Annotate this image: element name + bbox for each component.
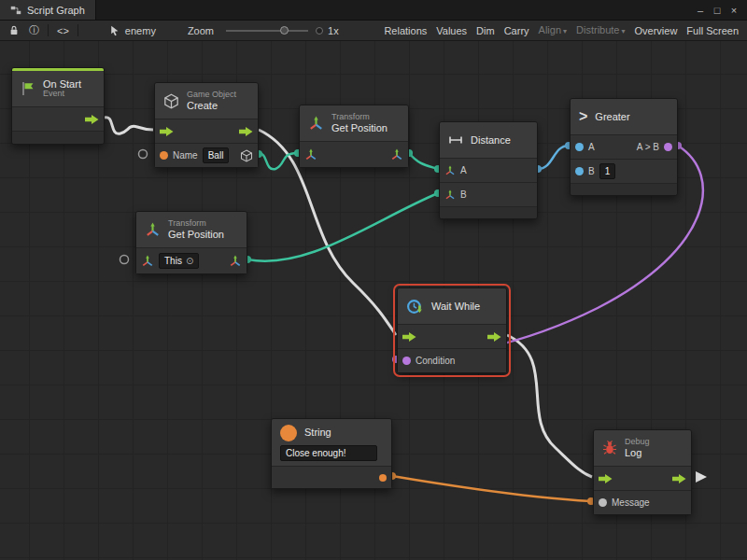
tab-script-graph[interactable]: Script Graph [0,0,96,20]
string-output-port[interactable] [379,474,387,482]
port-label: B [460,189,467,200]
full-screen-button[interactable]: Full Screen [682,21,743,40]
node-game-object-create[interactable]: Game Object Create Name Ball [154,82,259,168]
port-a-row: A [440,158,537,182]
carry-button[interactable]: Carry [500,21,534,40]
control-output-port[interactable] [672,473,686,484]
node-title: Get Position [168,229,224,241]
port-a-row: A A > B [571,134,677,159]
cube-icon [163,93,179,109]
object-picker-icon[interactable]: ⊙ [186,257,193,266]
number-input-port[interactable] [575,143,584,151]
window-titlebar: Script Graph – □ × [0,0,747,21]
control-input-port[interactable] [160,126,174,137]
window-title: Script Graph [27,5,85,16]
port-label: Message [612,497,650,508]
node-on-start-event[interactable]: On Start Event [11,67,105,145]
name-input[interactable]: Ball [203,147,230,163]
dim-button[interactable]: Dim [472,21,500,40]
transform-axes-icon [145,222,161,238]
value-ports-row: This ⊙ [136,247,247,273]
game-object-output-port[interactable] [240,149,253,162]
port-label: A [588,142,595,152]
close-button[interactable]: × [726,1,742,20]
info-icon[interactable]: ⓘ [24,21,44,40]
string-input-port[interactable] [160,151,168,160]
transform-input-port[interactable] [141,255,154,268]
node-get-position-top[interactable]: Transform Get Position [299,105,409,168]
boolean-input-port[interactable] [402,357,411,365]
script-graph-icon [10,5,21,16]
transform-input-port[interactable] [304,148,317,161]
node-category: Debug [625,438,650,447]
flag-icon [21,81,35,96]
vector-port-icon[interactable] [444,165,456,176]
graph-breadcrumb[interactable]: enemy [105,21,161,40]
node-title: String [304,427,331,439]
vector-output-port[interactable] [229,255,242,268]
minimize-button[interactable]: – [692,1,709,20]
control-output-port[interactable] [239,126,253,137]
node-greater[interactable]: > Greater A A > B B 1 [570,98,678,196]
zoom-slider-knob[interactable] [280,26,289,35]
wait-clock-icon [406,298,424,315]
node-title: Wait While [431,301,480,313]
control-output-port[interactable] [85,114,99,125]
message-input-port[interactable] [599,498,607,507]
node-title: Distance [471,134,511,147]
toolbar-separator [48,24,49,36]
message-port-row: Message [594,490,691,514]
node-title: Log [625,447,650,459]
node-distance[interactable]: Distance A B [439,121,538,219]
node-header: Wait While [398,288,506,324]
zoom-value: 1x [328,25,339,36]
target-input[interactable]: This ⊙ [159,253,199,269]
values-button[interactable]: Values [431,21,472,40]
node-header: Transform Get Position [300,105,408,141]
number-input-port[interactable] [575,167,584,175]
string-type-icon [280,425,297,441]
node-wait-while[interactable]: Wait While Condition [397,287,507,373]
control-output-port[interactable] [487,331,501,343]
node-title: Get Position [331,122,388,134]
boolean-output-port[interactable] [664,143,672,151]
zoom-slider[interactable] [226,30,308,32]
lock-icon[interactable] [4,21,24,40]
graph-toolbar: ⓘ <> enemy Zoom 1x Relations Values Dim … [0,21,747,41]
control-ports-row [398,324,506,348]
node-header: Debug Log [594,430,691,466]
chevron-down-icon: ▾ [622,27,626,35]
relations-button[interactable]: Relations [379,21,431,40]
control-input-port[interactable] [599,473,613,484]
node-header: Transform Get Position [136,212,247,247]
name-port-row: Name Ball [155,143,258,167]
node-category: Transform [168,219,224,229]
vector-output-port[interactable] [390,148,403,161]
port-label: A [460,165,467,175]
port-b-row: B 1 [571,159,677,183]
node-header: Game Object Create [155,83,258,119]
node-get-position-bottom[interactable]: Transform Get Position This ⊙ [135,211,247,274]
node-header: Distance [440,122,537,158]
port-label: Condition [416,356,455,366]
overview-button[interactable]: Overview [630,21,683,40]
code-view-icon[interactable]: <> [52,21,74,40]
chevron-down-icon: ▾ [563,27,567,35]
vector-port-icon[interactable] [444,189,456,201]
maximize-button[interactable]: □ [709,1,726,20]
node-footer [440,206,537,218]
zoom-label: Zoom [183,21,218,40]
node-header: > Greater [571,99,677,134]
node-header: String Close enough! [272,419,391,466]
string-value-input[interactable]: Close enough! [280,445,377,461]
node-category: Game Object [187,91,236,100]
control-input-port[interactable] [402,331,416,343]
control-ports-row [155,119,258,143]
b-value-input[interactable]: 1 [599,163,616,179]
align-dropdown[interactable]: Align▾ [534,21,571,41]
graph-name: enemy [125,25,156,36]
node-debug-log[interactable]: Debug Log Message [593,429,692,515]
node-string-literal[interactable]: String Close enough! [271,418,392,489]
node-subtitle: Event [43,90,81,99]
distribute-dropdown[interactable]: Distribute▾ [571,21,629,41]
